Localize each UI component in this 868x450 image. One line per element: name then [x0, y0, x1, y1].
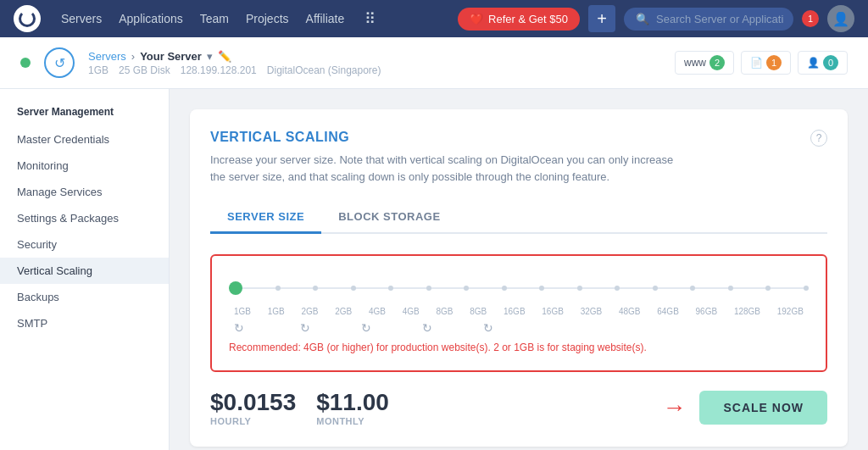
- refresh-icon-2[interactable]: ↻: [361, 321, 371, 335]
- label-6: 8GB: [437, 307, 453, 316]
- arrow-icon: →: [662, 394, 686, 421]
- sidebar-item-master-credentials[interactable]: Master Credentials: [0, 126, 169, 153]
- breadcrumb-servers[interactable]: Servers: [88, 50, 126, 63]
- file-icon: 📄: [750, 57, 763, 69]
- label-7: 8GB: [470, 307, 487, 316]
- slider-wrapper[interactable]: [229, 273, 809, 303]
- search-icon: 🔍: [636, 13, 649, 25]
- tab-server-size[interactable]: SERVER SIZE: [210, 202, 321, 234]
- label-2: 2GB: [302, 307, 319, 316]
- monthly-price-label: MONTHLY: [316, 416, 389, 426]
- logo[interactable]: [14, 5, 41, 32]
- server-icon: ↺: [44, 47, 75, 78]
- navbar: Servers Applications Team Projects Affil…: [0, 0, 868, 37]
- tabs: SERVER SIZE BLOCK STORAGE: [210, 202, 827, 234]
- sidebar-item-vertical-scaling[interactable]: Vertical Scaling: [0, 258, 169, 284]
- nav-affiliate[interactable]: Affiliate: [306, 12, 345, 25]
- nav-servers[interactable]: Servers: [61, 12, 102, 25]
- search-input[interactable]: [656, 13, 783, 25]
- chevron-icon[interactable]: ▾: [207, 50, 213, 63]
- help-icon[interactable]: ?: [810, 130, 827, 147]
- server-ip: 128.199.128.201: [181, 64, 257, 76]
- refresh-icon-3[interactable]: ↻: [422, 321, 432, 335]
- sidebar-item-backups[interactable]: Backups: [0, 284, 169, 310]
- server-ram: 1GB: [88, 64, 108, 76]
- track-dot-9: [577, 286, 582, 291]
- track-points: [229, 281, 809, 295]
- server-name: Your Server: [140, 50, 202, 63]
- track-dot-5: [426, 286, 431, 291]
- card-description: Increase your server size. Note that wit…: [210, 152, 810, 185]
- tab-block-storage[interactable]: BLOCK STORAGE: [321, 202, 457, 234]
- www-badge[interactable]: www 2: [675, 51, 734, 75]
- track-dot-6: [464, 286, 469, 291]
- main-layout: Server Management Master Credentials Mon…: [0, 89, 868, 450]
- track-dot-13: [728, 286, 733, 291]
- track-dot-3: [351, 286, 356, 291]
- vertical-scaling-card: VERTICAL SCALING Increase your server si…: [190, 109, 848, 447]
- main-nav: Servers Applications Team Projects Affil…: [61, 12, 344, 25]
- edit-icon[interactable]: ✏️: [218, 50, 231, 63]
- scale-btn-area: → SCALE NOW: [662, 391, 827, 425]
- server-status-dot: [20, 58, 31, 68]
- track-dot-11: [653, 286, 658, 291]
- scaling-container: 1GB 1GB 2GB 2GB 4GB 4GB 8GB 8GB 16GB 16G…: [210, 254, 827, 372]
- refresh-icon-4[interactable]: ↻: [483, 321, 493, 335]
- refresh-icon-0[interactable]: ↻: [234, 321, 244, 335]
- sidebar-item-settings-packages[interactable]: Settings & Packages: [0, 205, 169, 231]
- label-1: 1GB: [268, 307, 285, 316]
- slider-labels: 1GB 1GB 2GB 2GB 4GB 4GB 8GB 8GB 16GB 16G…: [229, 307, 809, 316]
- monthly-price-value: $11.00: [316, 389, 389, 416]
- hourly-price-value: $0.0153: [210, 389, 296, 416]
- track-dot-12: [690, 286, 695, 291]
- nav-projects[interactable]: Projects: [246, 12, 289, 25]
- track-dot-15: [804, 286, 809, 291]
- label-5: 4GB: [403, 307, 420, 316]
- sidebar-section-title: Server Management: [0, 106, 169, 126]
- server-badges: www 2 📄 1 👤 0: [675, 51, 848, 75]
- logo-icon: [19, 10, 36, 27]
- add-button[interactable]: +: [588, 5, 615, 32]
- label-0: 1GB: [234, 307, 251, 316]
- label-10: 32GB: [581, 307, 603, 316]
- file-count: 1: [766, 55, 782, 70]
- breadcrumb-arrow: ›: [131, 50, 135, 63]
- track-dot-7: [502, 286, 507, 291]
- www-count: 2: [709, 55, 725, 70]
- monthly-price: $11.00 MONTHLY: [316, 389, 389, 426]
- recommendation-text: Recommended: 4GB (or higher) for product…: [229, 342, 809, 353]
- track-dot-2: [313, 286, 318, 291]
- server-provider: DigitalOcean (Singapore): [267, 64, 381, 76]
- heart-icon: ❤️: [470, 13, 483, 25]
- refresh-icon-1[interactable]: ↻: [300, 321, 310, 335]
- nav-team[interactable]: Team: [200, 12, 229, 25]
- label-12: 64GB: [657, 307, 679, 316]
- slider-refresh-icons: ↻ ↻ ↻ ↻ ↻: [229, 321, 809, 335]
- slider-thumb[interactable]: [229, 281, 242, 295]
- refer-button[interactable]: ❤️ Refer & Get $50: [458, 8, 580, 31]
- avatar[interactable]: 👤: [827, 5, 854, 32]
- sidebar-item-security[interactable]: Security: [0, 231, 169, 258]
- scale-now-button[interactable]: SCALE NOW: [699, 391, 827, 425]
- grid-icon[interactable]: ⠿: [364, 9, 376, 28]
- label-11: 48GB: [619, 307, 641, 316]
- pricing-row: $0.0153 HOURLY $11.00 MONTHLY → SCALE NO…: [210, 389, 827, 426]
- track-dot-10: [615, 286, 620, 291]
- sidebar-item-smtp[interactable]: SMTP: [0, 310, 169, 336]
- sidebar-item-monitoring[interactable]: Monitoring: [0, 153, 169, 179]
- label-8: 16GB: [504, 307, 526, 316]
- breadcrumb: Servers › Your Server ▾ ✏️: [88, 50, 381, 63]
- track-dot-14: [765, 286, 771, 291]
- sidebar: Server Management Master Credentials Mon…: [0, 89, 170, 450]
- hourly-price-label: HOURLY: [210, 416, 296, 426]
- nav-applications[interactable]: Applications: [119, 12, 183, 25]
- refer-label: Refer & Get $50: [488, 13, 568, 25]
- notification-badge[interactable]: 1: [802, 10, 819, 27]
- track-dot-8: [539, 286, 544, 291]
- server-meta: 1GB 25 GB Disk 128.199.128.201 DigitalOc…: [88, 64, 381, 76]
- user-badge[interactable]: 👤 0: [798, 51, 848, 75]
- sidebar-item-manage-services[interactable]: Manage Services: [0, 179, 169, 205]
- file-badge[interactable]: 📄 1: [741, 51, 791, 75]
- user-count: 0: [823, 55, 838, 70]
- hourly-price: $0.0153 HOURLY: [210, 389, 296, 426]
